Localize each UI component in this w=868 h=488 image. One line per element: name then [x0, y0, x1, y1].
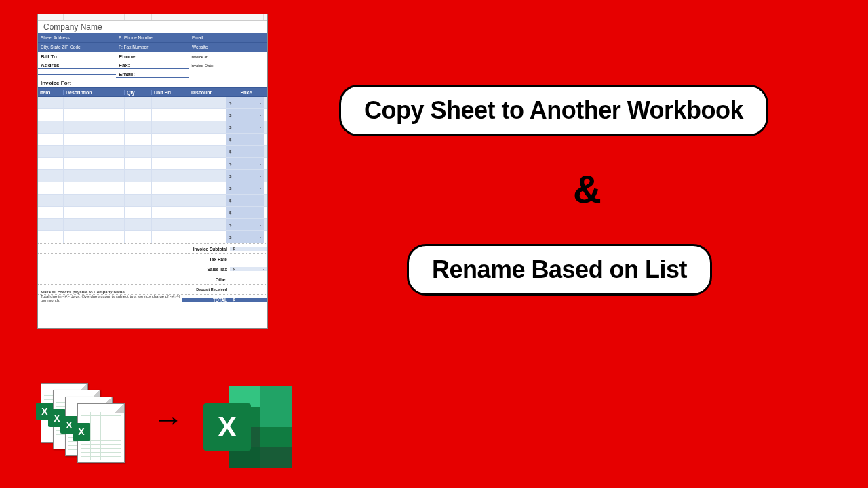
- table-row: $-: [38, 182, 267, 195]
- company-name: Company Name: [38, 21, 267, 33]
- invoice-footer: Make all checks payable to Company Name.…: [38, 287, 187, 305]
- table-row: $-: [38, 219, 267, 231]
- table-row: $-: [38, 146, 267, 158]
- table-row: $-: [38, 134, 267, 146]
- sheet-column-guides: [38, 14, 267, 21]
- invoice-template-thumbnail: Company Name Street Address P: Phone Num…: [37, 14, 268, 329]
- table-row: $-: [38, 109, 267, 121]
- taxrate-row: Tax Rate: [38, 253, 267, 264]
- subtotal-row: Invoice Subtotal $-: [38, 243, 267, 253]
- header-row-address: Street Address P: Phone Number Email: [38, 33, 267, 43]
- title-pill-copy: Copy Sheet to Another Workbook: [339, 85, 768, 136]
- salestax-row: Sales Tax $-: [38, 264, 267, 274]
- address-row: Addres Fax: Invoice Date:: [38, 61, 267, 70]
- email-row: Email:: [38, 70, 267, 79]
- title-pill-rename: Rename Based on List: [407, 244, 712, 296]
- table-row: $-: [38, 97, 267, 109]
- invoice-for-label: Invoice For:: [38, 79, 267, 87]
- table-row: $-: [38, 231, 267, 243]
- arrow-icon: →: [153, 401, 184, 437]
- bill-to-row: Bill To: Phone: Invoice #:: [38, 52, 267, 61]
- table-row: $-: [38, 195, 267, 207]
- excel-files-stack-icon: X X X X: [41, 383, 142, 464]
- table-row: $-: [38, 121, 267, 134]
- table-row: $-: [38, 170, 267, 182]
- excel-app-icon: X: [203, 386, 292, 468]
- table-row: $-: [38, 158, 267, 170]
- header-row-city: City, State ZIP Code F: Fax Number Websi…: [38, 43, 267, 52]
- table-header: Item Description Qty Unit Pri Discount P…: [38, 87, 267, 97]
- other-row: Other: [38, 274, 267, 284]
- ampersand: &: [573, 166, 601, 211]
- table-row: $-: [38, 207, 267, 219]
